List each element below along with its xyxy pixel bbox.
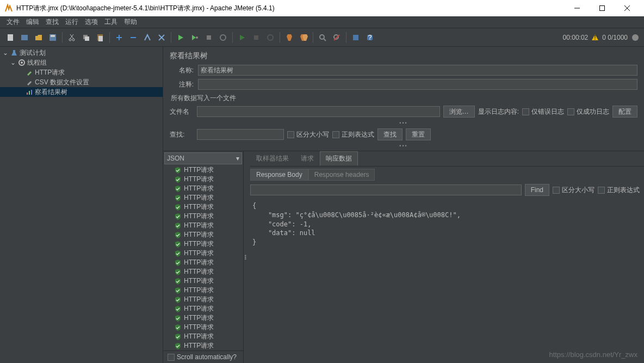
result-item[interactable]: HTTP请求 bbox=[163, 323, 243, 332]
result-item[interactable]: HTTP请求 bbox=[163, 175, 243, 184]
success-shield-icon bbox=[174, 194, 182, 202]
stop-button[interactable] bbox=[202, 31, 215, 44]
remote-start-button[interactable] bbox=[236, 31, 249, 44]
result-item[interactable]: HTTP请求 bbox=[163, 276, 243, 286]
disable-button[interactable] bbox=[155, 31, 168, 44]
split-handle[interactable]: ••• bbox=[163, 119, 644, 127]
result-item[interactable]: HTTP请求 bbox=[163, 249, 243, 258]
expand-button[interactable] bbox=[113, 31, 126, 44]
result-item[interactable]: HTTP请求 bbox=[163, 230, 243, 239]
result-item[interactable]: HTTP请求 bbox=[163, 239, 243, 249]
find-input[interactable] bbox=[250, 184, 522, 195]
toggle-button[interactable] bbox=[141, 31, 154, 44]
test-plan-tree[interactable]: ⌄ 测试计划 ⌄ 线程组 HTTP请求 CSV 数据文件设置 察看结果树 bbox=[0, 47, 163, 363]
name-input[interactable] bbox=[198, 65, 637, 76]
svg-rect-4 bbox=[8, 34, 13, 41]
new-button[interactable] bbox=[4, 31, 17, 44]
result-item[interactable]: HTTP请求 bbox=[163, 202, 243, 212]
success-shield-icon bbox=[174, 305, 182, 313]
result-item[interactable]: HTTP请求 bbox=[163, 267, 243, 276]
result-item[interactable]: HTTP请求 bbox=[163, 304, 243, 313]
browse-button[interactable]: 浏览… bbox=[443, 106, 475, 118]
find-button[interactable]: Find bbox=[525, 184, 549, 196]
help-button[interactable]: ? bbox=[363, 31, 376, 44]
svg-text:!: ! bbox=[595, 34, 596, 41]
cut-button[interactable] bbox=[65, 31, 78, 44]
result-item[interactable]: HTTP请求 bbox=[163, 165, 243, 175]
result-item[interactable]: HTTP请求 bbox=[163, 341, 243, 350]
tree-node-results-tree[interactable]: 察看结果树 bbox=[0, 87, 163, 97]
collapse-button[interactable] bbox=[127, 31, 140, 44]
remote-shutdown-button[interactable] bbox=[264, 31, 277, 44]
configure-button[interactable]: 配置 bbox=[612, 106, 637, 118]
tree-node-threadgroup[interactable]: ⌄ 线程组 bbox=[0, 58, 163, 67]
warning-icon[interactable]: ! bbox=[591, 34, 599, 41]
response-body[interactable]: { "msg": "ç°¢å\u008C\u0085å·²è¢«æ\u008A¢… bbox=[250, 198, 644, 363]
close-button[interactable] bbox=[615, 0, 640, 16]
tab-sampler-result[interactable]: 取样器结果 bbox=[250, 151, 295, 166]
split-handle[interactable]: ••• bbox=[163, 142, 644, 150]
menu-tools[interactable]: 工具 bbox=[101, 16, 121, 28]
success-shield-icon bbox=[174, 250, 182, 257]
menu-edit[interactable]: 编辑 bbox=[23, 16, 42, 28]
tab-request[interactable]: 请求 bbox=[295, 151, 320, 166]
menu-run[interactable]: 运行 bbox=[62, 16, 82, 28]
svg-rect-28 bbox=[353, 35, 358, 40]
reset-search-button[interactable] bbox=[330, 31, 343, 44]
paste-button[interactable] bbox=[94, 31, 107, 44]
minimize-button[interactable] bbox=[565, 0, 590, 16]
find-case-checkbox[interactable]: 区分大小写 bbox=[553, 186, 595, 195]
result-item[interactable]: HTTP请求 bbox=[163, 286, 243, 295]
menu-file[interactable]: 文件 bbox=[3, 16, 23, 28]
function-helper-button[interactable] bbox=[349, 31, 362, 44]
result-item[interactable]: HTTP请求 bbox=[163, 313, 243, 323]
svg-line-25 bbox=[324, 39, 326, 41]
menu-search[interactable]: 查找 bbox=[42, 16, 62, 28]
result-item[interactable]: HTTP请求 bbox=[163, 184, 243, 193]
result-item[interactable]: HTTP请求 bbox=[163, 212, 243, 221]
expand-toggle-icon[interactable]: ⌄ bbox=[10, 59, 16, 66]
result-item[interactable]: HTTP请求 bbox=[163, 221, 243, 230]
result-item[interactable]: HTTP请求 bbox=[163, 295, 243, 304]
tree-node-testplan[interactable]: ⌄ 测试计划 bbox=[0, 48, 163, 58]
scroll-auto-checkbox[interactable]: Scroll automatically? bbox=[168, 353, 237, 361]
success-only-checkbox[interactable]: 仅成功日志 bbox=[567, 107, 609, 116]
renderer-dropdown[interactable]: JSON ▾ bbox=[164, 152, 242, 164]
svg-rect-35 bbox=[27, 93, 28, 95]
reset-button[interactable]: 重置 bbox=[406, 128, 431, 140]
start-no-pause-button[interactable] bbox=[188, 31, 201, 44]
search-input[interactable] bbox=[197, 129, 284, 140]
subtab-response-body[interactable]: Response Body bbox=[250, 169, 308, 181]
maximize-button[interactable] bbox=[590, 0, 615, 16]
menu-options[interactable]: 选项 bbox=[82, 16, 101, 28]
remote-stop-button[interactable] bbox=[250, 31, 263, 44]
menu-help[interactable]: 帮助 bbox=[121, 16, 140, 28]
start-button[interactable] bbox=[174, 31, 187, 44]
error-only-checkbox[interactable]: 仅错误日志 bbox=[522, 107, 564, 116]
filename-input[interactable] bbox=[197, 106, 440, 117]
result-list[interactable]: HTTP请求HTTP请求HTTP请求HTTP请求HTTP请求HTTP请求HTTP… bbox=[163, 165, 243, 350]
tab-response-data[interactable]: 响应数据 bbox=[320, 151, 358, 166]
shutdown-button[interactable] bbox=[216, 31, 230, 44]
expand-toggle-icon[interactable]: ⌄ bbox=[2, 49, 9, 57]
result-item[interactable]: HTTP请求 bbox=[163, 332, 243, 341]
clear-button[interactable] bbox=[283, 31, 296, 44]
svg-rect-15 bbox=[98, 36, 103, 41]
comment-input[interactable] bbox=[198, 79, 637, 90]
templates-button[interactable] bbox=[18, 31, 31, 44]
copy-button[interactable] bbox=[79, 31, 92, 44]
case-sensitive-checkbox[interactable]: 区分大小写 bbox=[287, 130, 329, 139]
clear-all-button[interactable] bbox=[297, 31, 310, 44]
regex-checkbox[interactable]: 正则表达式 bbox=[332, 130, 374, 139]
save-button[interactable] bbox=[46, 31, 59, 44]
result-item[interactable]: HTTP请求 bbox=[163, 258, 243, 267]
svg-text:?: ? bbox=[368, 34, 372, 41]
tree-node-csv-config[interactable]: CSV 数据文件设置 bbox=[0, 77, 163, 87]
find-regex-checkbox[interactable]: 正则表达式 bbox=[598, 186, 640, 195]
search-button[interactable]: 查找 bbox=[377, 128, 403, 140]
subtab-response-headers[interactable]: Response headers bbox=[308, 169, 375, 181]
tree-node-http-request[interactable]: HTTP请求 bbox=[0, 67, 163, 77]
search-button[interactable] bbox=[316, 31, 329, 44]
open-button[interactable] bbox=[32, 31, 45, 44]
result-item[interactable]: HTTP请求 bbox=[163, 193, 243, 202]
